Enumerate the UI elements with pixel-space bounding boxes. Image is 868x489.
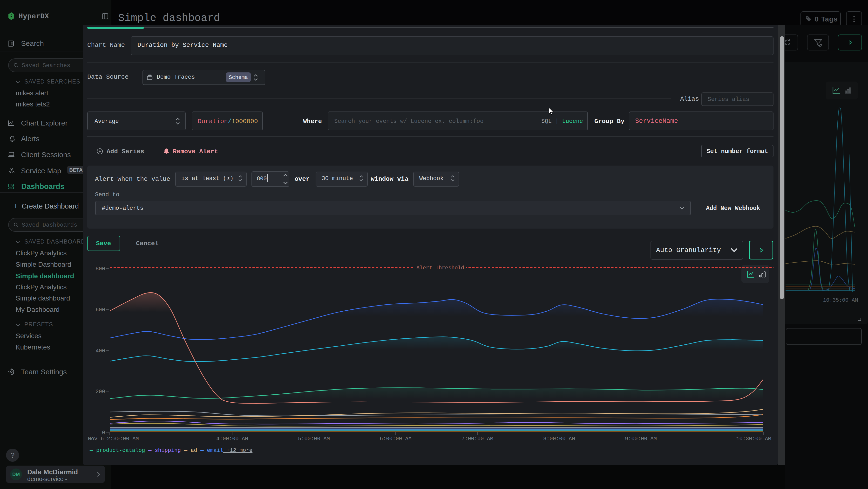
svg-text:4:00:00 AM: 4:00:00 AM <box>216 436 248 442</box>
svg-text:6:00:00 AM: 6:00:00 AM <box>380 436 411 442</box>
svg-text:5:00:00 AM: 5:00:00 AM <box>298 436 330 442</box>
svg-text:Alert Threshold: Alert Threshold <box>416 265 464 271</box>
svg-text:8:00:00 AM: 8:00:00 AM <box>543 436 575 442</box>
svg-text:200: 200 <box>95 389 105 395</box>
svg-text:800: 800 <box>95 266 105 272</box>
svg-text:7:00:00 AM: 7:00:00 AM <box>462 436 493 442</box>
svg-text:Nov 6 2:30:00 AM: Nov 6 2:30:00 AM <box>88 436 138 442</box>
svg-text:0: 0 <box>102 430 105 436</box>
svg-text:400: 400 <box>95 348 105 354</box>
svg-text:10:30:00 AM: 10:30:00 AM <box>736 436 771 442</box>
svg-text:9:00:00 AM: 9:00:00 AM <box>625 436 657 442</box>
svg-text:10:35:00 AM: 10:35:00 AM <box>823 297 858 304</box>
svg-text:600: 600 <box>95 307 105 313</box>
